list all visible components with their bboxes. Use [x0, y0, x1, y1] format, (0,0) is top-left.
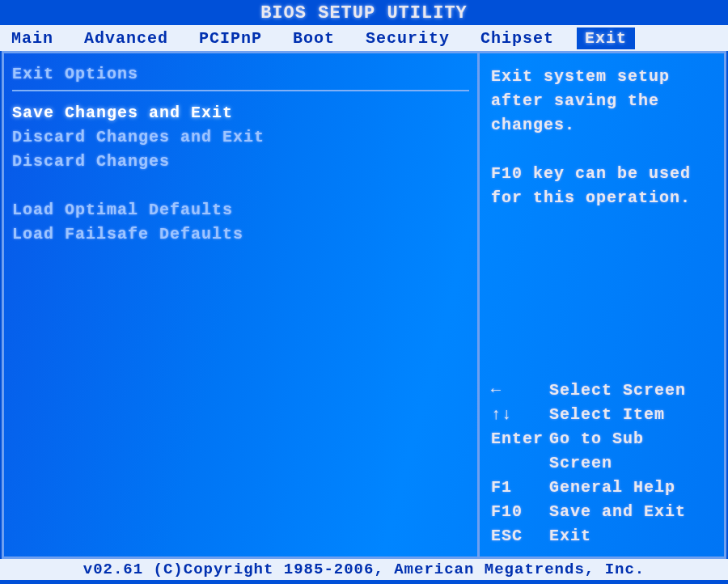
tab-row: Main Advanced PCIPnP Boot Security Chips…	[0, 25, 728, 51]
key-hint-select-screen: ← Select Screen	[491, 379, 713, 403]
help-line: after saving the	[491, 89, 713, 113]
tab-boot[interactable]: Boot	[285, 28, 343, 49]
tab-security[interactable]: Security	[358, 28, 458, 49]
divider	[12, 90, 469, 91]
menu-gap	[12, 174, 469, 198]
help-line: F10 key can be used	[491, 162, 713, 186]
left-arrow-icon: ←	[491, 379, 549, 403]
tab-main[interactable]: Main	[3, 28, 61, 49]
tab-exit[interactable]: Exit	[577, 28, 635, 49]
menu-discard-changes[interactable]: Discard Changes	[12, 150, 469, 174]
help-gap	[491, 138, 713, 162]
help-line: for this operation.	[491, 186, 713, 210]
tab-pcipnp[interactable]: PCIPnP	[191, 28, 270, 49]
help-text: Exit system setup after saving the chang…	[491, 65, 713, 210]
title-bar: BIOS SETUP UTILITY	[0, 0, 728, 25]
menu-discard-changes-and-exit[interactable]: Discard Changes and Exit	[12, 125, 469, 150]
main-area: Exit Options Save Changes and Exit Disca…	[2, 51, 726, 559]
key-label: Enter	[491, 427, 549, 476]
key-hint-f1: F1 General Help	[491, 476, 713, 500]
key-desc: Select Screen	[549, 379, 713, 403]
help-line: Exit system setup	[491, 65, 713, 89]
menu-load-failsafe-defaults[interactable]: Load Failsafe Defaults	[12, 222, 469, 247]
key-label: F10	[491, 500, 549, 524]
up-down-arrow-icon: ↑↓	[491, 403, 549, 427]
footer-copyright: v02.61 (C)Copyright 1985-2006, American …	[0, 559, 728, 580]
tab-chipset[interactable]: Chipset	[472, 28, 562, 49]
key-desc: General Help	[549, 476, 713, 500]
key-desc: Go to Sub Screen	[549, 427, 713, 476]
key-hint-list: ← Select Screen ↑↓ Select Item Enter Go …	[491, 379, 713, 548]
key-label: F1	[491, 476, 549, 500]
menu-load-optimal-defaults[interactable]: Load Optimal Defaults	[12, 198, 469, 222]
left-pane: Exit Options Save Changes and Exit Disca…	[4, 51, 480, 556]
key-desc: Save and Exit	[549, 500, 713, 524]
key-hint-enter: Enter Go to Sub Screen	[491, 427, 713, 476]
key-hint-select-item: ↑↓ Select Item	[491, 403, 713, 427]
right-pane: Exit system setup after saving the chang…	[480, 51, 724, 556]
key-hint-esc: ESC Exit	[491, 524, 713, 548]
help-line: changes.	[491, 113, 713, 138]
key-hint-f10: F10 Save and Exit	[491, 500, 713, 524]
key-label: ESC	[491, 524, 549, 548]
tab-advanced[interactable]: Advanced	[76, 28, 176, 49]
section-header: Exit Options	[12, 65, 469, 83]
key-desc: Exit	[549, 524, 713, 548]
menu-save-changes-and-exit[interactable]: Save Changes and Exit	[12, 101, 469, 125]
key-desc: Select Item	[549, 403, 713, 427]
